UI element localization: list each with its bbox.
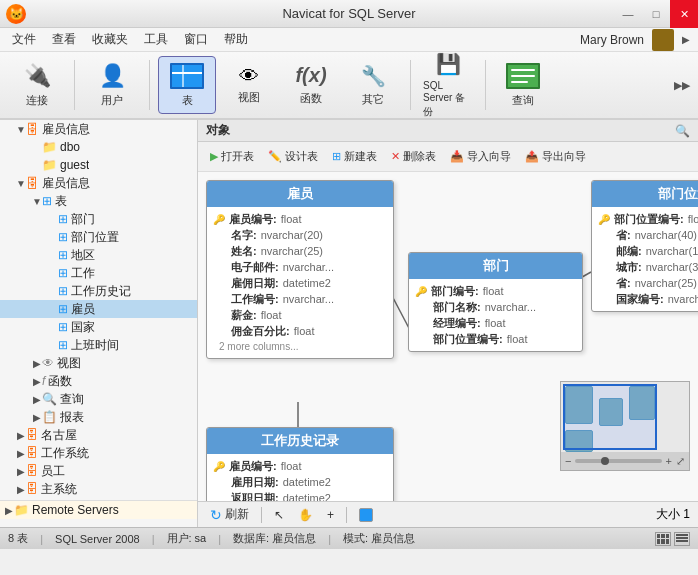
design-table-button[interactable]: ✏️ 设计表 (262, 147, 324, 166)
new-table-button[interactable]: ⊞ 新建表 (326, 147, 383, 166)
sidebar-item-gzls[interactable]: ⊞ 工作历史记 (0, 282, 197, 300)
toolbar-function-button[interactable]: f(x) 函数 (282, 56, 340, 114)
sidebar-item-functions[interactable]: ▶ f 函数 (0, 372, 197, 390)
sidebar-item-tables[interactable]: ▼ ⊞ 表 (0, 192, 197, 210)
menu-tools[interactable]: 工具 (136, 29, 176, 50)
export-wizard-button[interactable]: 📤 导出向导 (519, 147, 592, 166)
open-table-button[interactable]: ▶ 打开表 (204, 147, 260, 166)
mini-viewport (563, 384, 657, 450)
sidebar-item-bumenweizhi[interactable]: ⊞ 部门位置 (0, 228, 197, 246)
toolbar-other-button[interactable]: 🔧 其它 (344, 56, 402, 114)
sidebar-item-guojia[interactable]: ⊞ 国家 (0, 318, 197, 336)
sidebar-db2-label: 雇员信息 (42, 175, 90, 192)
color-picker-button[interactable] (355, 506, 377, 524)
sidebar-item-staff[interactable]: ▶ 🗄 员工 (0, 462, 197, 480)
grid-view-button[interactable] (655, 532, 671, 546)
menubar: 文件 查看 收藏夹 工具 窗口 帮助 Mary Brown ▶ (0, 28, 698, 52)
maximize-button[interactable]: □ (642, 0, 670, 28)
toolbar-query-button[interactable]: 查询 (494, 56, 552, 114)
sidebar-item-worksys[interactable]: ▶ 🗄 工作系统 (0, 444, 197, 462)
footer-sep1 (261, 507, 262, 523)
toolbar-sep-1 (74, 60, 75, 110)
sidebar-nagoya-label: 名古屋 (41, 427, 77, 444)
er-table-employee[interactable]: 雇员 🔑 雇员编号: float 名字: nvarchar(20) 姓名: (206, 180, 394, 359)
zoom-in-icon[interactable]: + (666, 455, 672, 467)
search-icon-button[interactable]: 🔍 (675, 124, 690, 138)
menu-file[interactable]: 文件 (4, 29, 44, 50)
view-icon: 👁 (239, 66, 259, 86)
sidebar-item-db1[interactable]: ▼ 🗄 雇员信息 (0, 120, 197, 138)
worksys-icon: 🗄 (26, 446, 38, 460)
sidebar-item-reports[interactable]: ▶ 📋 报表 (0, 408, 197, 426)
refresh-button[interactable]: ↻ 刷新 (206, 504, 253, 525)
table-t8-icon: ⊞ (58, 338, 68, 352)
diagram-area[interactable]: 雇员 🔑 雇员编号: float 名字: nvarchar(20) 姓名: (198, 172, 698, 501)
sidebar-item-guyuan[interactable]: ⊞ 雇员 (0, 300, 197, 318)
er-field: 省: nvarchar(25) (598, 275, 698, 291)
sidebar-item-guest[interactable]: 📁 guest (0, 156, 197, 174)
add-tool-button[interactable]: + (323, 506, 338, 524)
delete-table-button[interactable]: ✕ 删除表 (385, 147, 442, 166)
sidebar-item-mainsys[interactable]: ▶ 🗄 主系统 (0, 480, 197, 498)
pointer-tool-button[interactable]: ↖ (270, 506, 288, 524)
sidebar-item-gongzuo[interactable]: ⊞ 工作 (0, 264, 197, 282)
other-icon: 🔧 (361, 64, 386, 88)
er-field: 🔑 部门位置编号: float (598, 211, 698, 227)
list-view-button[interactable] (674, 532, 690, 546)
sidebar-item-dbo[interactable]: 📁 dbo (0, 138, 197, 156)
toolbar-expand-icon[interactable]: ▶▶ (674, 79, 690, 92)
add-icon: + (327, 508, 334, 522)
zoom-out-icon[interactable]: − (565, 455, 571, 467)
toolbar-view-button[interactable]: 👁 视图 (220, 56, 278, 114)
sidebar-item-views[interactable]: ▶ 👁 视图 (0, 354, 197, 372)
sidebar-scroll[interactable]: ▼ 🗄 雇员信息 📁 dbo 📁 guest ▼ (0, 120, 197, 527)
menu-help[interactable]: 帮助 (216, 29, 256, 50)
er-field: 返职日期: datetime2 (213, 490, 387, 501)
close-button[interactable]: ✕ (670, 0, 698, 28)
key-icon: 🔑 (213, 214, 225, 225)
schema-icon: 📁 (42, 140, 57, 154)
expand-map-icon[interactable]: ⤢ (676, 455, 685, 468)
menu-favorites[interactable]: 收藏夹 (84, 29, 136, 50)
sidebar-item-nagoya[interactable]: ▶ 🗄 名古屋 (0, 426, 197, 444)
er-field: 经理编号: float (415, 315, 576, 331)
menu-window[interactable]: 窗口 (176, 29, 216, 50)
sidebar-item-queries[interactable]: ▶ 🔍 查询 (0, 390, 197, 408)
sidebar-item-shangbansj[interactable]: ⊞ 上班时间 (0, 336, 197, 354)
er-table-employee-header: 雇员 (207, 181, 393, 207)
db-user-status: 用户: sa (167, 531, 207, 546)
view-label: 视图 (238, 90, 260, 105)
connect-icon: 🔌 (24, 63, 51, 89)
sidebar-t2-label: 部门位置 (71, 229, 119, 246)
sidebar-item-db2[interactable]: ▼ 🗄 雇员信息 (0, 174, 197, 192)
zoom-slider[interactable] (575, 459, 661, 463)
table-t3-icon: ⊞ (58, 248, 68, 262)
toolbar-user-button[interactable]: 👤 用户 (83, 56, 141, 114)
status-sep2: | (152, 533, 155, 545)
table-t1-icon: ⊞ (58, 212, 68, 226)
import-wizard-button[interactable]: 📥 导入向导 (444, 147, 517, 166)
table-t2-icon: ⊞ (58, 230, 68, 244)
sidebar-t6-label: 雇员 (71, 301, 95, 318)
sidebar-t1-label: 部门 (71, 211, 95, 228)
e-funcs: ▶ (32, 376, 42, 387)
menu-view[interactable]: 查看 (44, 29, 84, 50)
sidebar-t8-label: 上班时间 (71, 337, 119, 354)
er-table-work-history[interactable]: 工作历史记录 🔑 雇员编号: float 雇用日期: datetime2 (206, 427, 394, 501)
toolbar-backup-button[interactable]: 💾 SQL Server 备份 (419, 56, 477, 114)
toolbar-table-button[interactable]: 表 (158, 56, 216, 114)
minimize-button[interactable]: — (614, 0, 642, 28)
e-views: ▶ (32, 358, 42, 369)
er-table-department[interactable]: 部门 🔑 部门编号: float 部门名称: nvarchar... 经理 (408, 252, 583, 352)
hand-icon: ✋ (298, 508, 313, 522)
er-table-employee-body: 🔑 雇员编号: float 名字: nvarchar(20) 姓名: nvarc… (207, 207, 393, 358)
sidebar-item-bumen[interactable]: ⊞ 部门 (0, 210, 197, 228)
toolbar-connect-button[interactable]: 🔌 连接 (8, 56, 66, 114)
er-table-dept-location[interactable]: 部门位置 🔑 部门位置编号: float 省: nvarchar(40) (591, 180, 698, 312)
hand-tool-button[interactable]: ✋ (294, 506, 317, 524)
er-table-department-body: 🔑 部门编号: float 部门名称: nvarchar... 经理编号: fl… (409, 279, 582, 351)
function-label: 函数 (300, 91, 322, 106)
mini-map-controls: − + ⤢ (561, 452, 689, 470)
sidebar-item-remote-servers[interactable]: ▶ 📁 Remote Servers (0, 500, 197, 519)
sidebar-item-diqu[interactable]: ⊞ 地区 (0, 246, 197, 264)
